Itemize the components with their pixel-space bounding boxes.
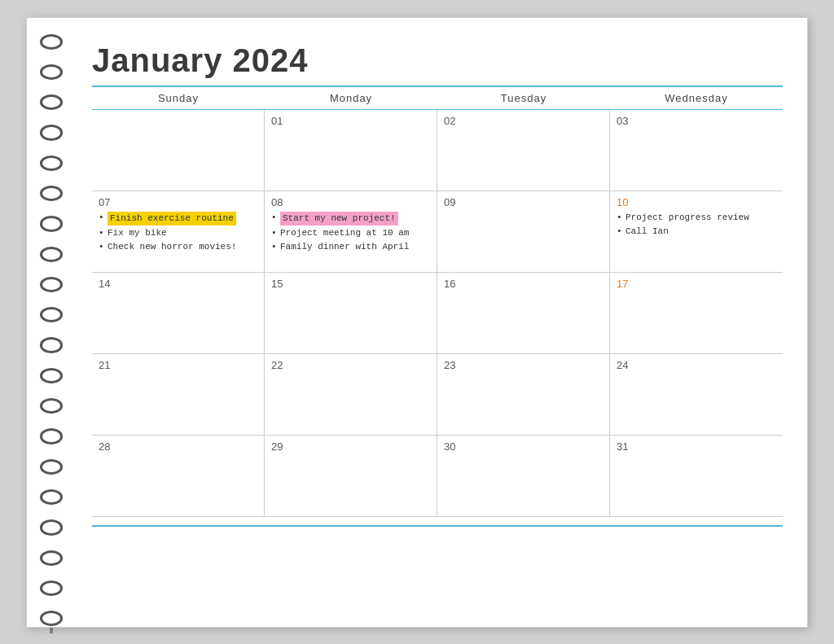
calendar-grid: 01020307•Finish exercise routine•Fix my … bbox=[92, 110, 783, 517]
spiral-ring bbox=[40, 64, 63, 80]
event-bullet: • bbox=[617, 226, 623, 238]
calendar-event: •Project progress review bbox=[617, 212, 776, 224]
cell-date: 08 bbox=[271, 196, 430, 208]
cell-date: 07 bbox=[99, 196, 257, 208]
calendar-cell[interactable]: 07•Finish exercise routine•Fix my bike•C… bbox=[92, 191, 265, 273]
event-text: Project progress review bbox=[626, 212, 749, 224]
cell-date: 22 bbox=[271, 359, 430, 371]
event-text: Family dinner with April bbox=[280, 241, 409, 253]
calendar-event: •Fix my bike bbox=[99, 227, 257, 239]
spiral-ring bbox=[40, 156, 63, 171]
cell-date: 17 bbox=[617, 278, 776, 290]
cell-date: 09 bbox=[444, 196, 603, 208]
spiral-ring bbox=[40, 125, 63, 140]
calendar-event: •Family dinner with April bbox=[271, 241, 430, 253]
spiral-ring bbox=[40, 277, 63, 292]
calendar-event: •Project meeting at 10 am bbox=[271, 227, 430, 239]
event-text: Fix my bike bbox=[108, 227, 167, 239]
event-text: Finish exercise routine bbox=[108, 212, 236, 226]
cell-date: 02 bbox=[444, 115, 603, 127]
spiral-ring bbox=[40, 94, 63, 110]
spiral-ring bbox=[40, 489, 63, 505]
calendar-cell[interactable]: 31 bbox=[610, 436, 783, 517]
calendar-event: •Finish exercise routine bbox=[99, 212, 257, 226]
event-text: Call Ian bbox=[626, 226, 669, 238]
calendar-cell[interactable]: 22 bbox=[265, 354, 437, 436]
spiral-ring bbox=[40, 580, 63, 596]
cell-date: 01 bbox=[271, 115, 430, 127]
cell-date: 23 bbox=[444, 359, 603, 371]
event-bullet: • bbox=[271, 212, 278, 224]
event-bullet: • bbox=[99, 227, 105, 239]
spiral-ring bbox=[40, 307, 63, 322]
cell-date: 31 bbox=[617, 440, 776, 453]
spiral-ring bbox=[40, 186, 63, 201]
spiral-binding bbox=[27, 18, 76, 627]
spiral-ring bbox=[40, 428, 63, 444]
calendar-cell[interactable]: 28 bbox=[92, 436, 265, 517]
cell-date: 24 bbox=[617, 359, 776, 371]
event-text: Project meeting at 10 am bbox=[280, 227, 409, 239]
calendar-page: January 2024 SundayMondayTuesdayWednesda… bbox=[26, 17, 808, 628]
calendar-cell[interactable]: 08•Start my new project!•Project meeting… bbox=[265, 191, 437, 273]
event-bullet: • bbox=[99, 212, 105, 224]
cell-date: 21 bbox=[99, 359, 257, 371]
calendar-cell[interactable]: 14 bbox=[92, 273, 265, 354]
calendar-cell[interactable]: 17 bbox=[610, 273, 783, 354]
calendar-title: January 2024 bbox=[92, 42, 783, 79]
calendar-event: •Call Ian bbox=[617, 226, 776, 238]
spiral-ring bbox=[40, 34, 63, 50]
cell-date: 29 bbox=[271, 440, 430, 453]
event-bullet: • bbox=[617, 212, 623, 224]
calendar-cell[interactable]: 10•Project progress review•Call Ian bbox=[610, 191, 783, 273]
calendar-cell[interactable] bbox=[92, 110, 265, 191]
calendar-cell[interactable]: 09 bbox=[437, 191, 610, 273]
spiral-ring bbox=[40, 459, 63, 475]
event-bullet: • bbox=[99, 241, 105, 253]
event-bullet: • bbox=[271, 227, 278, 239]
cell-date: 14 bbox=[99, 278, 257, 290]
calendar-cell[interactable]: 21 bbox=[92, 354, 265, 436]
day-header: Sunday bbox=[92, 92, 265, 104]
spiral-ring bbox=[40, 247, 63, 262]
calendar-event: •Check new horror movies! bbox=[99, 241, 257, 253]
spiral-ring bbox=[40, 368, 63, 383]
spiral-ring bbox=[40, 519, 63, 535]
calendar-cell[interactable]: 30 bbox=[437, 436, 610, 517]
calendar-cell[interactable]: 16 bbox=[437, 273, 610, 354]
event-text: Start my new project! bbox=[280, 212, 398, 226]
day-headers-row: SundayMondayTuesdayWednesday bbox=[92, 87, 783, 110]
calendar-cell[interactable]: 01 bbox=[265, 110, 437, 191]
event-bullet: • bbox=[271, 241, 278, 253]
cell-date: 15 bbox=[271, 278, 430, 290]
calendar-cell[interactable]: 15 bbox=[265, 273, 437, 354]
cell-date: 16 bbox=[444, 278, 603, 290]
calendar-event: •Start my new project! bbox=[271, 212, 430, 226]
event-text: Check new horror movies! bbox=[108, 241, 236, 253]
cell-date: 10 bbox=[617, 196, 776, 208]
spiral-ring bbox=[40, 611, 63, 626]
cell-date: 30 bbox=[444, 440, 603, 453]
bottom-divider bbox=[92, 525, 783, 527]
calendar-cell[interactable]: 29 bbox=[265, 436, 437, 517]
day-header: Wednesday bbox=[610, 92, 783, 104]
calendar-cell[interactable]: 24 bbox=[610, 354, 783, 436]
cell-date: 03 bbox=[617, 115, 776, 127]
spiral-ring bbox=[40, 550, 63, 566]
day-header: Monday bbox=[265, 92, 437, 104]
calendar-cell[interactable]: 03 bbox=[610, 110, 783, 191]
spiral-ring bbox=[40, 216, 63, 231]
calendar-cell[interactable]: 23 bbox=[437, 354, 610, 436]
spiral-ring bbox=[40, 337, 63, 353]
spiral-ring bbox=[40, 398, 63, 414]
day-header: Tuesday bbox=[437, 92, 610, 104]
cell-date: 28 bbox=[99, 440, 257, 453]
calendar-cell[interactable]: 02 bbox=[437, 110, 610, 191]
